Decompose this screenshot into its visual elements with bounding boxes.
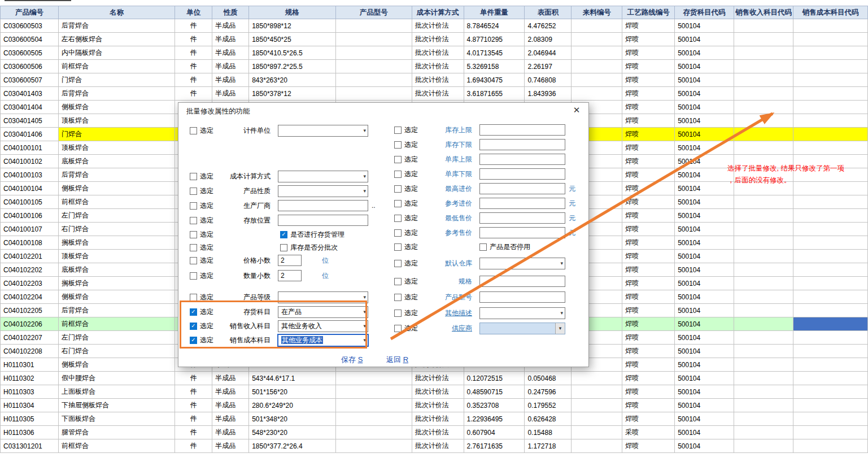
cell-unit[interactable]: 件	[175, 399, 212, 412]
cell-name[interactable]: 侧板焊合	[58, 358, 175, 372]
cell-id[interactable]: C030401404	[1, 101, 59, 114]
cell-nature[interactable]: 半成品	[212, 439, 249, 453]
cell-name[interactable]: 右门焊合	[58, 345, 175, 358]
cell-cost_method[interactable]: 批次计价法	[412, 385, 464, 399]
input-存放位置[interactable]	[278, 215, 368, 226]
unchecked-checkbox[interactable]	[190, 173, 197, 180]
cell-weight[interactable]: 4.01713545	[464, 46, 525, 60]
cell-route_no[interactable]: 焊喷	[622, 195, 675, 209]
cell-surface_area[interactable]: 0.626428	[525, 412, 572, 426]
cell-spec[interactable]: 1850*410.5*26.5	[249, 46, 336, 60]
column-header-inv_acct[interactable]: 存货科目代码	[675, 6, 734, 19]
cell-incoming_no[interactable]	[572, 412, 622, 426]
dropdown-产品等级[interactable]: ▾	[278, 291, 368, 303]
cell-rev_acct[interactable]	[734, 60, 793, 73]
cell-spec[interactable]: 843*263*20	[249, 73, 336, 87]
cell-id[interactable]: C030600503	[1, 19, 59, 33]
cell-name[interactable]: 搁板焊合	[58, 236, 175, 250]
cell-id[interactable]: C030600504	[1, 33, 59, 46]
cell-unit[interactable]: 件	[175, 385, 212, 399]
cell-cost_acct[interactable]	[793, 33, 868, 46]
cell-surface_area[interactable]: 2.08309	[525, 33, 572, 46]
cell-nature[interactable]: 半成品	[212, 372, 249, 385]
input-最低售价[interactable]	[479, 212, 565, 224]
column-header-model[interactable]: 产品型号	[335, 6, 412, 19]
cell-id[interactable]: C040100101	[1, 141, 59, 155]
cell-inv_acct[interactable]: 500104	[675, 87, 734, 101]
cell-unit[interactable]: 件	[175, 372, 212, 385]
cell-inv_acct[interactable]: 500104	[675, 277, 734, 290]
cell-cost_acct[interactable]	[793, 128, 868, 141]
cell-cost_acct[interactable]	[793, 290, 868, 304]
cell-nature[interactable]: 半成品	[212, 19, 249, 33]
cell-rev_acct[interactable]	[734, 128, 793, 141]
cell-model[interactable]	[335, 426, 412, 439]
cell-inv_acct[interactable]: 500104	[675, 345, 734, 358]
cell-rev_acct[interactable]	[734, 277, 793, 290]
cell-nature[interactable]: 半成品	[212, 87, 249, 101]
cell-cost_acct[interactable]	[793, 209, 868, 223]
cell-id[interactable]: C040102203	[1, 277, 59, 290]
cell-route_no[interactable]: 焊喷	[622, 372, 675, 385]
cell-model[interactable]	[335, 439, 412, 453]
unchecked-checkbox[interactable]	[190, 188, 197, 195]
cell-id[interactable]: C040100105	[1, 195, 59, 209]
cell-name[interactable]: 前框焊合	[58, 60, 175, 73]
cell-route_no[interactable]: 焊喷	[622, 33, 675, 46]
cell-weight[interactable]: 0.12072515	[464, 372, 525, 385]
cell-id[interactable]: H0110304	[1, 399, 59, 412]
cell-id[interactable]: C040102204	[1, 290, 59, 304]
cell-incoming_no[interactable]	[572, 439, 622, 453]
cell-route_no[interactable]: 焊喷	[622, 331, 675, 345]
cell-route_no[interactable]: 焊喷	[622, 439, 675, 453]
cell-route_no[interactable]: 焊喷	[622, 358, 675, 372]
unchecked-checkbox[interactable]	[394, 127, 402, 134]
cell-surface_area[interactable]: 0.746808	[525, 73, 572, 87]
cell-route_no[interactable]: 焊喷	[622, 345, 675, 358]
cell-incoming_no[interactable]	[572, 46, 622, 60]
input-单库上限[interactable]	[479, 154, 565, 165]
cell-route_no[interactable]: 焊喷	[622, 236, 675, 250]
cell-inv_acct[interactable]: 500104	[675, 182, 734, 195]
cell-id[interactable]: C040102202	[1, 263, 59, 277]
cell-id[interactable]: C040102207	[1, 331, 59, 345]
unchecked-checkbox[interactable]	[190, 272, 197, 280]
cell-surface_area[interactable]: 2.046944	[525, 46, 572, 60]
cell-route_no[interactable]: 焊喷	[622, 304, 675, 317]
cell-surface_area[interactable]: 1.843936	[525, 87, 572, 101]
cell-route_no[interactable]: 焊喷	[622, 168, 675, 182]
cell-route_no[interactable]: 焊喷	[622, 399, 675, 412]
cell-cost_method[interactable]: 批次计价法	[412, 426, 464, 439]
cell-incoming_no[interactable]	[572, 385, 622, 399]
cell-id[interactable]: C030401405	[1, 114, 59, 128]
cell-cost_acct[interactable]	[793, 73, 868, 87]
cell-inv_acct[interactable]: 500104	[675, 304, 734, 317]
cell-nature[interactable]: 半成品	[212, 385, 249, 399]
cell-cost_acct[interactable]	[793, 263, 868, 277]
cell-inv_acct[interactable]: 500104	[675, 223, 734, 236]
cell-name[interactable]: 门焊合	[58, 73, 175, 87]
cell-inv_acct[interactable]: 500104	[675, 385, 734, 399]
unchecked-checkbox[interactable]	[280, 244, 287, 251]
cell-route_no[interactable]: 焊喷	[622, 277, 675, 290]
input-库存下限[interactable]	[479, 139, 565, 150]
column-header-spec[interactable]: 规格	[249, 6, 336, 19]
cell-inv_acct[interactable]: 500104	[675, 412, 734, 426]
cell-surface_area[interactable]: 2.26197	[525, 60, 572, 73]
cell-incoming_no[interactable]	[572, 399, 622, 412]
cell-spec[interactable]: 1850*378*12	[249, 87, 336, 101]
input-数量小数[interactable]	[278, 270, 302, 281]
cell-route_no[interactable]: 焊喷	[622, 317, 675, 331]
unchecked-checkbox[interactable]	[190, 127, 197, 134]
dropdown-其他描述[interactable]: ▾	[479, 307, 565, 319]
unchecked-checkbox[interactable]	[394, 156, 402, 163]
cell-inv_acct[interactable]: 500104	[675, 114, 734, 128]
cell-surface_area[interactable]: 4.476252	[525, 19, 572, 33]
cell-cost_acct[interactable]	[793, 223, 868, 236]
cell-inv_acct[interactable]: 500104	[675, 290, 734, 304]
cell-rev_acct[interactable]	[734, 304, 793, 317]
cell-spec[interactable]: 1850*898*12	[249, 19, 336, 33]
column-header-id[interactable]: 产品编号	[1, 6, 59, 19]
cell-route_no[interactable]: 焊喷	[622, 263, 675, 277]
cell-id[interactable]: C040102206	[1, 317, 59, 331]
